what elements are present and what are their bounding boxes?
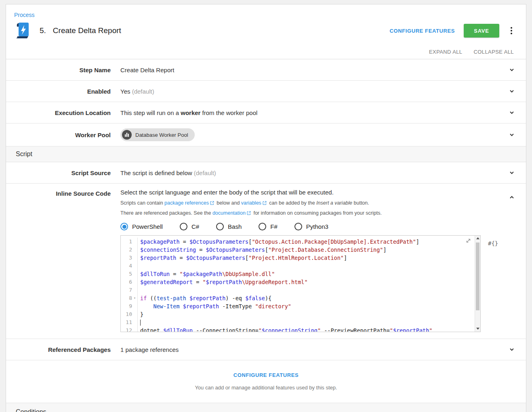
chevron-down-icon[interactable] <box>509 346 515 353</box>
gutter-line-number: 2 <box>121 246 138 254</box>
features-block: CONFIGURE FEATURES You can add or manage… <box>6 360 526 403</box>
script-source-row[interactable]: Script Source The script is defined belo… <box>6 162 526 184</box>
language-radio-bash[interactable]: Bash <box>216 223 242 230</box>
breadcrumb-process-link[interactable]: Process <box>14 12 35 18</box>
gutter-line-number: 4 <box>121 262 138 270</box>
code-line: 6$generatedReport = "$reportPath\Upgrade… <box>121 278 480 286</box>
radio-icon[interactable] <box>120 223 128 230</box>
variables-link[interactable]: variables <box>241 200 261 206</box>
script-source-value: The script is defined below (default) <box>120 169 216 176</box>
step-name-row[interactable]: Step Name Create Delta Report <box>6 59 526 81</box>
editor-scrollbar[interactable] <box>475 236 480 332</box>
editor-wrap: 1$packagePath = $OctopusParameters["Octo… <box>120 235 502 332</box>
worker-pool-label: Worker Pool <box>6 132 111 138</box>
gutter-line-number: 11 <box>121 318 138 326</box>
referenced-packages-row[interactable]: Referenced Packages 1 package references <box>6 339 526 360</box>
chevron-down-icon[interactable] <box>509 88 515 94</box>
external-link-icon <box>263 201 267 205</box>
collapse-all-button[interactable]: COLLAPSE ALL <box>474 49 514 55</box>
code-editor[interactable]: 1$packagePath = $OctopusParameters["Octo… <box>120 235 481 332</box>
expand-collapse-bar: EXPAND ALL COLLAPSE ALL <box>429 49 514 55</box>
language-label: F# <box>270 223 278 230</box>
worker-pool-chip[interactable]: Database Worker Pool <box>120 128 195 141</box>
language-radio-c[interactable]: C# <box>180 223 199 230</box>
package-references-link[interactable]: package references <box>164 200 209 206</box>
insert-a-variable-mention: Insert a variable <box>316 200 352 206</box>
gutter-line-number: 8▾ <box>121 294 138 302</box>
editor-expand-icon[interactable] <box>466 238 471 243</box>
step-editor-card: Process 5. Create Delta Report CONFIGURE… <box>6 4 526 412</box>
script-step-icon <box>16 22 31 39</box>
help2-text: for information on consuming packages fr… <box>252 210 382 216</box>
chevron-down-icon[interactable] <box>509 169 515 176</box>
gutter-line-number: 12 <box>121 326 138 332</box>
expand-all-button[interactable]: EXPAND ALL <box>429 49 463 55</box>
radio-icon[interactable] <box>259 223 266 230</box>
scroll-up-icon[interactable] <box>475 236 480 241</box>
features-hint: You can add or manage additional feature… <box>6 385 526 391</box>
scroll-down-icon[interactable] <box>475 326 480 331</box>
chevron-down-icon[interactable] <box>509 67 515 73</box>
script-source-default-tag: (default) <box>194 169 216 176</box>
chevron-up-icon[interactable] <box>509 194 515 201</box>
language-radio-powershell[interactable]: PowerShell <box>120 223 163 230</box>
gutter-line-number: 9 <box>121 302 138 310</box>
configure-features-link[interactable]: CONFIGURE FEATURES <box>389 28 455 34</box>
inline-help-2: There are referenced packages. See the d… <box>120 210 502 216</box>
radio-icon[interactable] <box>216 223 224 230</box>
language-radio-python3[interactable]: Python3 <box>294 223 328 230</box>
worker-pool-row[interactable]: Worker Pool Database Worker Pool <box>6 123 526 146</box>
page-title: Create Delta Report <box>53 26 121 35</box>
gutter-line-number: 7 <box>121 286 138 294</box>
code-lines: 1$packagePath = $OctopusParameters["Octo… <box>121 238 480 332</box>
referenced-packages-value: 1 package references <box>120 346 179 353</box>
worker-pool-icon <box>122 130 132 140</box>
execution-location-label: Execution Location <box>6 109 111 116</box>
language-radio-f[interactable]: F# <box>259 223 278 230</box>
script-language-radio-group: PowerShellC#BashF#Python3 <box>120 223 502 230</box>
scrollbar-thumb[interactable] <box>476 243 479 310</box>
execution-location-value: This step will run on a worker from the … <box>120 109 257 116</box>
referenced-packages-label: Referenced Packages <box>6 346 111 353</box>
execution-location-row[interactable]: Execution Location This step will run on… <box>6 102 526 123</box>
code-line: 8▾if ((test-path $reportPath) -eq $false… <box>121 294 480 302</box>
execution-location-prefix: This step will run on a <box>120 109 181 116</box>
step-number: 5. <box>40 26 46 35</box>
code-line: 12dotnet $dllToRun --ConnectionString="$… <box>121 326 480 332</box>
chevron-down-icon[interactable] <box>509 132 515 138</box>
gutter-line-number: 5 <box>121 270 138 278</box>
gutter-line-number: 10 <box>121 310 138 318</box>
external-link-icon <box>247 211 251 215</box>
radio-icon[interactable] <box>180 223 187 230</box>
enabled-label: Enabled <box>6 88 111 95</box>
inline-source-description: Select the script language and enter the… <box>120 189 502 196</box>
text-caret <box>140 320 141 326</box>
enabled-value-text: Yes <box>120 88 130 95</box>
configure-features-footer-link[interactable]: CONFIGURE FEATURES <box>233 372 299 378</box>
inline-source-code-content: Select the script language and enter the… <box>120 184 502 332</box>
insert-variable-icon[interactable]: #{} <box>488 240 498 248</box>
fold-arrow-icon[interactable]: ▾ <box>132 294 137 302</box>
inline-source-code-label: Inline Source Code <box>6 190 111 197</box>
save-button[interactable]: SAVE <box>464 24 499 38</box>
code-line: 9 New-Item $reportPath -ItemType "direct… <box>121 302 480 310</box>
language-label: Python3 <box>306 223 328 230</box>
inline-help-1: Scripts can contain package references b… <box>120 200 502 206</box>
gutter-line-number: 3 <box>121 254 138 262</box>
radio-icon[interactable] <box>294 223 302 230</box>
language-label: PowerShell <box>132 223 163 230</box>
documentation-link[interactable]: documentation <box>212 210 246 216</box>
enabled-default-tag: (default) <box>132 88 154 95</box>
worker-pool-chip-label: Database Worker Pool <box>135 132 188 138</box>
language-label: Bash <box>228 223 242 230</box>
chevron-down-icon[interactable] <box>509 109 515 116</box>
help1-text: can be added by the <box>268 200 316 206</box>
gutter-line-number: 6 <box>121 278 138 286</box>
conditions-section-header: Conditions <box>6 403 526 412</box>
enabled-row[interactable]: Enabled Yes (default) <box>6 81 526 102</box>
overflow-menu-icon[interactable] <box>508 25 515 36</box>
step-name-label: Step Name <box>6 67 111 73</box>
inline-source-code-row[interactable]: Inline Source Code Select the script lan… <box>6 184 526 339</box>
help1-text: Scripts can contain <box>120 200 164 206</box>
enabled-value: Yes (default) <box>120 88 154 95</box>
